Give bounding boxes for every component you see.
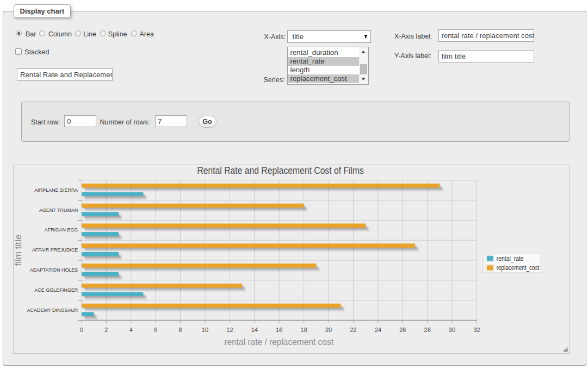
svg-text:28: 28	[424, 327, 431, 333]
svg-text:ACE GOLDFINGER: ACE GOLDFINGER	[34, 287, 78, 293]
svg-text:ADAPTATION HOLES: ADAPTATION HOLES	[30, 267, 78, 273]
svg-text:film title: film title	[14, 235, 23, 266]
svg-text:replacement_cost: replacement_cost	[497, 264, 540, 272]
svg-text:ACADEMY DINOSAUR: ACADEMY DINOSAUR	[27, 308, 78, 313]
svg-text:6: 6	[154, 327, 157, 333]
svg-text:30: 30	[449, 327, 455, 333]
svg-text:12: 12	[226, 327, 233, 333]
svg-text:AGENT TRUMAN: AGENT TRUMAN	[39, 208, 78, 213]
svg-text:AFRICAN EGG: AFRICAN EGG	[45, 227, 78, 233]
svg-text:24: 24	[375, 327, 381, 333]
svg-text:10: 10	[202, 327, 208, 333]
svg-text:20: 20	[325, 327, 332, 333]
svg-text:2: 2	[104, 327, 108, 333]
svg-text:26: 26	[399, 327, 406, 333]
svg-text:AFFAIR PREJUDICE: AFFAIR PREJUDICE	[32, 247, 78, 253]
svg-text:AIRPLANE SIERRA: AIRPLANE SIERRA	[34, 187, 78, 193]
svg-text:Rental Rate and Replacement Co: Rental Rate and Replacement Cost of Film…	[197, 165, 364, 176]
svg-text:rental rate / replacement cost: rental rate / replacement cost	[224, 337, 333, 347]
svg-text:14: 14	[251, 327, 258, 333]
svg-text:0: 0	[80, 327, 83, 333]
svg-text:18: 18	[301, 327, 307, 333]
svg-text:4: 4	[129, 327, 133, 333]
svg-text:32: 32	[473, 327, 480, 333]
svg-text:rental_rate: rental_rate	[497, 255, 524, 262]
svg-text:8: 8	[179, 327, 182, 333]
svg-text:22: 22	[350, 327, 356, 333]
svg-text:16: 16	[276, 327, 282, 333]
